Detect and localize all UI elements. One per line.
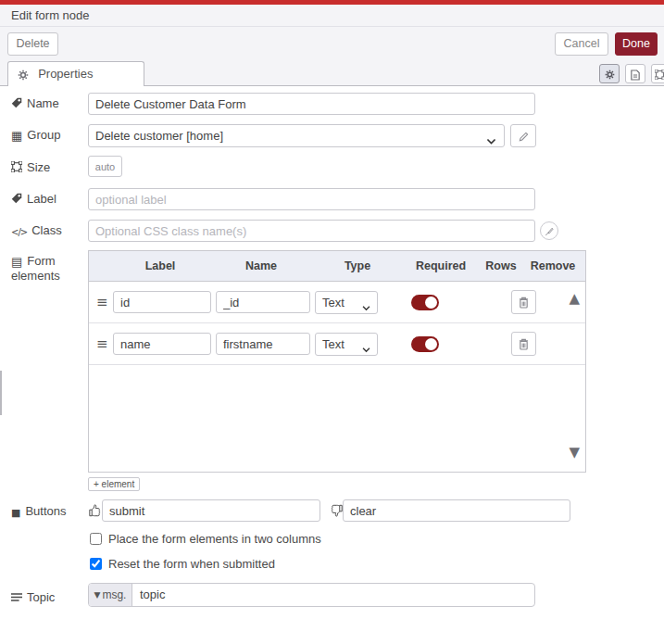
- chevron-down-icon: [485, 130, 497, 151]
- class-field-label: </>Class: [11, 223, 62, 237]
- dialog-toolbar: Delete Cancel Done: [0, 27, 664, 60]
- two-columns-label: Place the form elements in two columns: [108, 532, 321, 546]
- element-label-input[interactable]: [113, 333, 211, 355]
- table-icon: ▤: [11, 255, 22, 269]
- drag-handle-icon[interactable]: ≡: [96, 294, 109, 310]
- reset-form-option: Reset the form when submitted: [90, 557, 275, 571]
- typed-input-prefix: msg.: [102, 588, 126, 601]
- element-type-select[interactable]: Text: [315, 333, 378, 356]
- reset-form-checkbox[interactable]: [90, 558, 102, 570]
- topic-value[interactable]: topic: [132, 584, 534, 606]
- name-input[interactable]: [88, 93, 535, 115]
- typed-input-type-button[interactable]: ▼msg.: [89, 584, 132, 606]
- required-toggle[interactable]: [411, 295, 439, 310]
- element-type-value: Text: [322, 337, 345, 351]
- properties-panel: Name ▦Group Delete customer [home] Size …: [0, 86, 664, 644]
- thumbs-up-icon: [89, 502, 101, 517]
- tab-bar: Properties: [0, 60, 664, 86]
- two-columns-option: Place the form elements in two columns: [90, 532, 321, 546]
- appearance-button[interactable]: [651, 64, 664, 83]
- edit-group-button[interactable]: [510, 124, 536, 147]
- form-elements-label: ▤Form elements: [11, 254, 60, 283]
- clear-button-label-input[interactable]: [343, 499, 570, 522]
- toggle-knob: [425, 297, 437, 309]
- element-name-input[interactable]: [216, 291, 310, 313]
- two-columns-checkbox[interactable]: [90, 533, 102, 545]
- pencil-icon: [519, 132, 529, 142]
- chevron-down-icon: [361, 338, 371, 360]
- header-name: Name: [211, 259, 311, 272]
- remove-element-button[interactable]: [511, 290, 536, 314]
- header-required: Required: [404, 259, 478, 272]
- done-button[interactable]: Done: [615, 32, 658, 56]
- size-button[interactable]: auto: [88, 156, 122, 177]
- buttons-field-label: ■Buttons: [11, 504, 67, 519]
- remove-element-button[interactable]: [511, 332, 536, 356]
- size-field-label: Size: [11, 160, 50, 174]
- object-group-icon: [655, 67, 664, 81]
- code-icon: </>: [11, 227, 27, 237]
- toggle-knob: [425, 338, 437, 350]
- description-button[interactable]: [625, 64, 645, 83]
- add-element-button[interactable]: + element: [88, 477, 140, 491]
- header-rows: Rows: [478, 259, 524, 272]
- header-label: Label: [109, 259, 211, 272]
- group-select-value: Delete customer [home]: [95, 129, 223, 143]
- square-icon: ■: [11, 507, 20, 519]
- header-remove: Remove: [524, 259, 582, 272]
- tag-icon: [11, 193, 22, 204]
- cancel-button[interactable]: Cancel: [555, 32, 608, 56]
- form-elements-table: Label Name Type Required Rows Remove ≡ T…: [88, 250, 586, 473]
- element-type-select[interactable]: Text: [315, 291, 378, 314]
- element-name-input[interactable]: [216, 333, 310, 355]
- class-input[interactable]: [88, 220, 535, 242]
- table-row: ≡ Text: [89, 282, 585, 323]
- label-field-label: Label: [11, 192, 56, 206]
- caret-down-icon: ▼: [94, 590, 101, 600]
- tab-properties[interactable]: Properties: [7, 61, 144, 86]
- class-picker-button[interactable]: [540, 221, 558, 240]
- gear-icon: [18, 67, 32, 81]
- gear-icon: [605, 67, 615, 81]
- file-icon: [631, 67, 640, 81]
- label-input[interactable]: [88, 188, 535, 210]
- table-icon: ▦: [11, 129, 22, 143]
- edit-properties-button[interactable]: [599, 64, 620, 83]
- left-edge-divider: [0, 371, 2, 415]
- trash-icon: [519, 338, 529, 350]
- element-label-input[interactable]: [113, 291, 211, 313]
- scroll-up-icon[interactable]: ▲: [569, 290, 580, 307]
- element-type-value: Text: [322, 296, 345, 309]
- tab-properties-label: Properties: [38, 67, 93, 81]
- required-toggle[interactable]: [411, 336, 439, 352]
- thumbs-down-icon: [331, 502, 343, 517]
- name-field-label: Name: [11, 96, 59, 110]
- reset-form-label: Reset the form when submitted: [108, 557, 275, 571]
- chevron-down-icon: [361, 297, 371, 318]
- list-icon: [11, 592, 22, 602]
- scroll-down-icon[interactable]: ▼: [569, 444, 580, 461]
- header-type: Type: [311, 259, 404, 272]
- group-field-label: ▦Group: [11, 128, 60, 143]
- brush-icon: [545, 227, 554, 236]
- delete-button[interactable]: Delete: [7, 32, 58, 56]
- submit-button-label-input[interactable]: [102, 499, 320, 522]
- form-elements-header: Label Name Type Required Rows Remove: [89, 251, 585, 282]
- topic-field-label: Topic: [11, 590, 55, 604]
- object-group-icon: [11, 161, 22, 172]
- table-row: ≡ Text: [89, 323, 585, 365]
- group-select[interactable]: Delete customer [home]: [88, 124, 505, 147]
- topic-typed-input: ▼msg. topic: [88, 583, 535, 607]
- dialog-title: Edit form node: [0, 5, 664, 27]
- trash-icon: [519, 297, 529, 309]
- drag-handle-icon[interactable]: ≡: [96, 335, 109, 352]
- tag-icon: [11, 97, 22, 108]
